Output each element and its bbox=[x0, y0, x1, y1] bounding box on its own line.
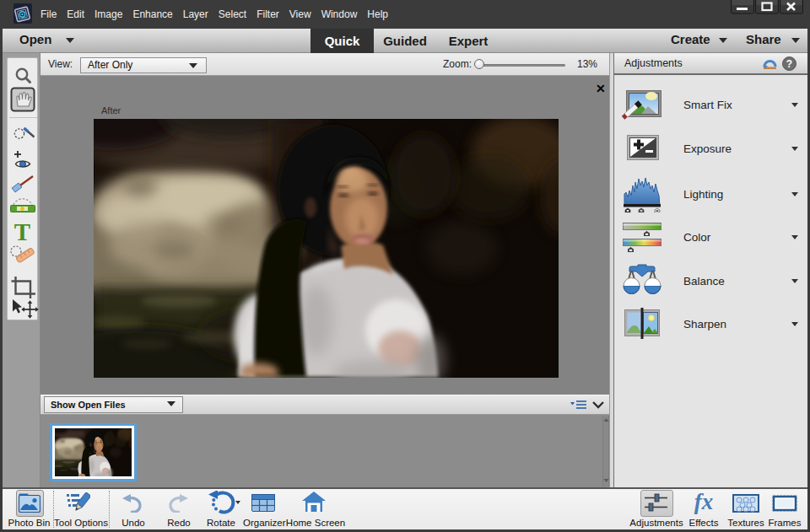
svg-text:T: T bbox=[14, 218, 30, 245]
svg-text:?: ? bbox=[786, 58, 792, 70]
